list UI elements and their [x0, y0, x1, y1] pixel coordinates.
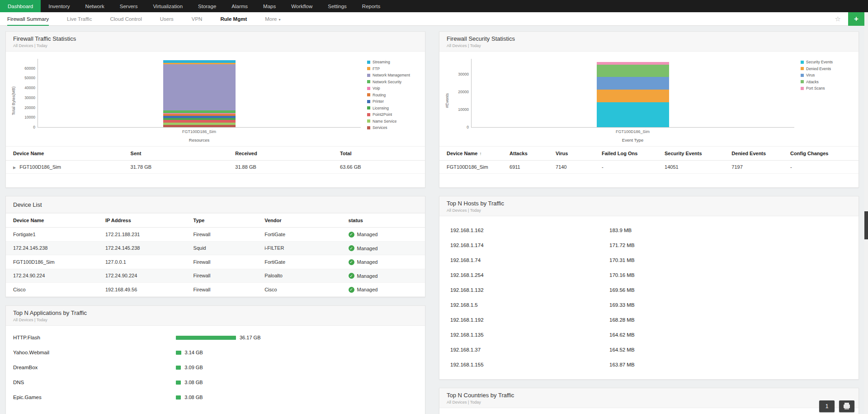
subnav-tab-rule-mgmt[interactable]: Rule Mgmt [220, 12, 247, 26]
column-header-status[interactable]: status [341, 214, 425, 228]
legend-label: Printer [373, 99, 384, 104]
status-badge: ✓Managed [349, 273, 378, 279]
legend-item-ftp[interactable]: FTP [367, 67, 421, 71]
scrollbar-thumb[interactable] [864, 211, 868, 239]
host-traffic-row[interactable]: 192.168.1.254170.16 MB [439, 267, 859, 282]
subnav-tab-live-traffic[interactable]: Live Traffic [67, 12, 92, 26]
column-header-security-events[interactable]: Security Events [657, 147, 724, 161]
legend-label: Services [373, 125, 387, 130]
bar-segment-services[interactable] [163, 125, 236, 127]
app-traffic-row[interactable]: HTTP.Flash36.17 GB [6, 330, 425, 345]
column-header-type[interactable]: Type [186, 214, 258, 228]
legend-item-security-events[interactable]: Security Events [801, 60, 855, 64]
app-traffic-row[interactable]: Epic.Games3.08 GB [6, 390, 425, 405]
table-row[interactable]: FGT100D186_Sim127.0.0.1FirewallFortiGate… [6, 255, 425, 269]
app-traffic-bar [176, 381, 181, 385]
host-traffic-row[interactable]: 192.168.1.5169.33 MB [439, 297, 859, 312]
y-tick-label: 0 [33, 125, 38, 129]
table-header-row: Device NameIP AddressTypeVendorstatus [6, 214, 425, 228]
legend-item-voip[interactable]: Voip [367, 86, 421, 90]
subnav-tab-cloud-control[interactable]: Cloud Control [110, 12, 142, 26]
topnav-item-alarms[interactable]: Alarms [224, 0, 255, 12]
legend-item-virus[interactable]: Virus [801, 73, 855, 77]
bar-segment-network-management[interactable] [163, 64, 236, 110]
table-row[interactable]: ▶FGT100D186_Sim31.78 GB31.88 GB63.66 GB [6, 161, 425, 174]
column-header-device-name[interactable]: Device Name↑ [439, 147, 502, 161]
column-header-vendor[interactable]: Vendor [257, 214, 341, 228]
sort-ascending-icon[interactable]: ↑ [480, 151, 482, 156]
bar-segment-virus[interactable] [597, 77, 669, 90]
host-traffic-row[interactable]: 192.168.1.162183.9 MB [439, 223, 859, 238]
column-header-attacks[interactable]: Attacks [502, 147, 548, 161]
topnav-item-reports[interactable]: Reports [354, 0, 388, 12]
legend-item-attacks[interactable]: Attacks [801, 80, 855, 84]
topnav-item-storage[interactable]: Storage [190, 0, 224, 12]
topnav-item-network[interactable]: Network [78, 0, 112, 12]
host-traffic-row[interactable]: 192.168.1.174171.72 MB [439, 238, 859, 252]
favorite-star-icon[interactable]: ☆ [835, 15, 841, 23]
column-header-received[interactable]: Received [228, 147, 333, 161]
legend-item-point2point[interactable]: Point2Point [367, 112, 421, 117]
host-traffic-row[interactable]: 192.168.1.155163.87 MB [439, 357, 859, 372]
topnav-item-servers[interactable]: Servers [112, 0, 146, 12]
app-traffic-row[interactable]: DNS3.08 GB [6, 375, 425, 390]
table-row[interactable]: FGT100D186_Sim69117140-140517197- [439, 161, 859, 174]
column-header-failed-log-ons[interactable]: Failed Log Ons [594, 147, 657, 161]
column-header-virus[interactable]: Virus [548, 147, 594, 161]
topnav-item-inventory[interactable]: Inventory [41, 0, 77, 12]
column-header-sent[interactable]: Sent [123, 147, 228, 161]
print-button[interactable] [839, 400, 854, 412]
column-header-total[interactable]: Total [333, 147, 425, 161]
table-row[interactable]: 172.24.145.238172.24.145.238Squidi-FILTE… [6, 241, 425, 255]
expand-row-icon[interactable]: ▶ [13, 166, 16, 170]
subnav-tab-firewall-summary[interactable]: Firewall Summary [7, 12, 49, 26]
panel-scope: All Devices | Today [447, 400, 851, 404]
legend-item-name-service[interactable]: Name Service [367, 119, 421, 124]
topnav-item-dashboard[interactable]: Dashboard [0, 0, 41, 12]
host-traffic-row[interactable]: 192.168.1.74170.31 MB [439, 252, 859, 267]
table-row[interactable]: Cisco192.168.49.56FirewallCisco✓Managed [6, 283, 425, 297]
host-traffic-row[interactable]: 192.168.1.135164.62 MB [439, 327, 859, 342]
column-header-device-name[interactable]: Device Name [6, 147, 123, 161]
topnav-item-settings[interactable]: Settings [320, 0, 354, 12]
topnav-item-maps[interactable]: Maps [255, 0, 283, 12]
topnav-item-virtualization[interactable]: Virtualization [145, 0, 190, 12]
legend-item-printer[interactable]: Printer [367, 99, 421, 104]
legend-item-port-scans[interactable]: Port Scans [801, 86, 855, 90]
legend-item-denied-events[interactable]: Denied Events [801, 67, 855, 71]
legend-item-routing[interactable]: Routing [367, 93, 421, 97]
topnav-item-workflow[interactable]: Workflow [283, 0, 320, 12]
column-header-ip-address[interactable]: IP Address [98, 214, 186, 228]
alarm-quick-view-button[interactable]: 1 [819, 400, 835, 412]
card-header: Firewall Security Statistics All Devices… [439, 32, 859, 52]
host-traffic-row[interactable]: 192.168.1.192168.28 MB [439, 312, 859, 327]
legend-item-services[interactable]: Services [367, 125, 421, 130]
app-traffic-row[interactable]: DreamBox3.09 GB [6, 360, 425, 375]
subnav-tab-users[interactable]: Users [160, 12, 174, 26]
column-header-denied-events[interactable]: Denied Events [724, 147, 783, 161]
add-widget-button[interactable]: + [848, 12, 864, 26]
table-row[interactable]: Fortigate1172.21.188.231FirewallFortiGat… [6, 228, 425, 242]
legend-item-network-management[interactable]: Network Management [367, 73, 421, 77]
bar-segment-attacks[interactable] [597, 65, 669, 77]
vertical-scrollbar[interactable] [864, 12, 868, 414]
y-tick-label: 0 [467, 125, 472, 129]
y-axis-title: Total Bytes(MB) [11, 86, 16, 115]
bar-segment-security-events[interactable] [597, 102, 669, 127]
bar-segment-denied-events[interactable] [597, 90, 669, 102]
legend-item-streaming[interactable]: Streaming [367, 60, 421, 64]
legend-swatch [367, 100, 370, 103]
subnav-tab-more[interactable]: More▾ [265, 12, 280, 26]
legend-swatch [367, 67, 370, 70]
legend-item-network-security[interactable]: Network Security [367, 80, 421, 84]
host-ip: 192.168.1.254 [450, 272, 609, 278]
column-header-config-changes[interactable]: Config Changes [783, 147, 859, 161]
column-header-device-name[interactable]: Device Name [6, 214, 98, 228]
host-traffic-row[interactable]: 192.168.1.132169.56 MB [439, 282, 859, 297]
host-traffic-row[interactable]: 192.168.1.37164.52 MB [439, 342, 859, 357]
chart-firewall_traffic: Total Bytes(MB)0100002000030000400005000… [6, 52, 425, 146]
app-traffic-row[interactable]: Yahoo.Webmail3.14 GB [6, 345, 425, 360]
legend-item-licensing[interactable]: Licensing [367, 106, 421, 110]
subnav-tab-vpn[interactable]: VPN [192, 12, 203, 26]
table-row[interactable]: 172.24.90.224172.24.90.224FirewallPaloal… [6, 269, 425, 283]
